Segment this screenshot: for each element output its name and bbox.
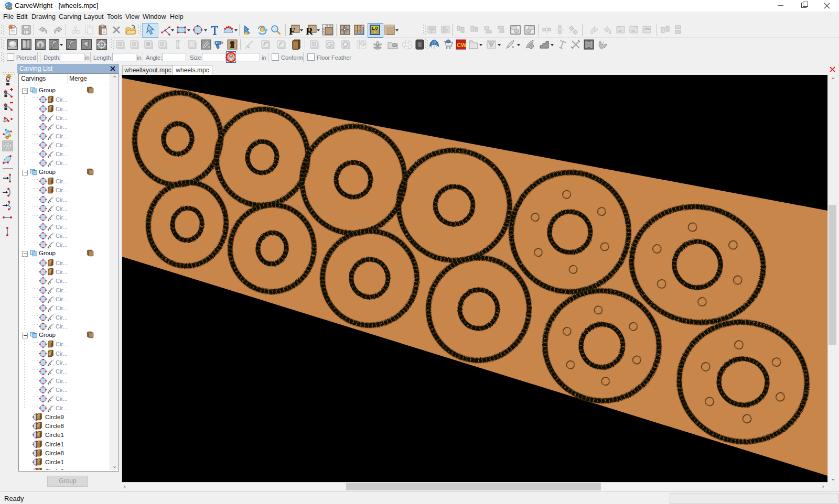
svg-text:90: 90: [631, 29, 635, 32]
svg-text:180: 180: [644, 27, 650, 30]
svg-text:1.0: 1.0: [371, 26, 378, 31]
svg-text:CW: CW: [457, 42, 467, 48]
svg-text:R: R: [306, 26, 313, 36]
svg-text:x: x: [446, 28, 448, 32]
svg-text:y: y: [431, 29, 433, 34]
svg-text:F: F: [289, 26, 295, 36]
svg-text:90: 90: [618, 29, 622, 32]
